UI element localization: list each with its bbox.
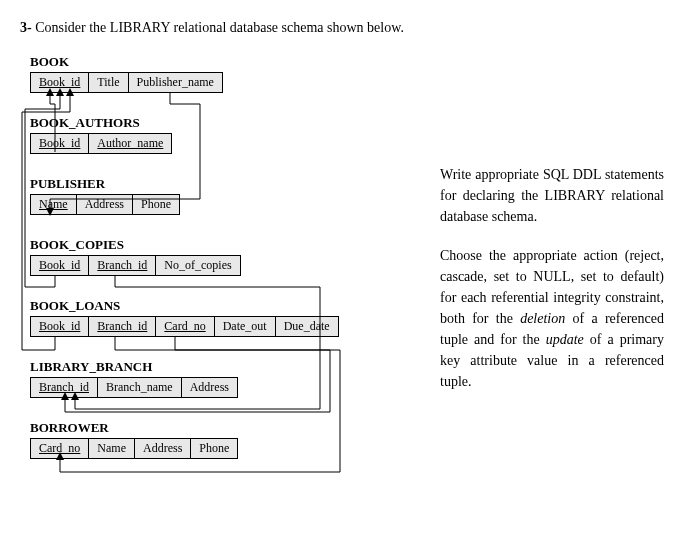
attribute-name: Name [31, 195, 77, 214]
relation-library-branch: LIBRARY_BRANCHBranch_idBranch_nameAddres… [30, 359, 410, 398]
question-text: Consider the LIBRARY relational database… [35, 20, 404, 35]
instructions-text: Write appropriate SQL DDL statements for… [440, 54, 664, 410]
instruction-p1-text: Write appropriate SQL DDL statements for… [440, 167, 664, 224]
attribute-address: Address [182, 378, 237, 397]
relation-name: BOOK_COPIES [30, 237, 410, 253]
attribute-row: Book_idBranch_idNo_of_copies [30, 255, 241, 276]
relation-name: BOOK_LOANS [30, 298, 410, 314]
relation-borrower: BORROWERCard_noNameAddressPhone [30, 420, 410, 459]
instruction-p1: Write appropriate SQL DDL statements for… [440, 164, 664, 227]
attribute-branch-id: Branch_id [89, 256, 156, 275]
attribute-name: Name [89, 439, 135, 458]
attribute-branch-id: Branch_id [89, 317, 156, 336]
relation-name: BOOK_AUTHORS [30, 115, 410, 131]
attribute-row: Book_idTitlePublisher_name [30, 72, 223, 93]
schema-diagram: BOOKBook_idTitlePublisher_nameBOOK_AUTHO… [20, 54, 410, 481]
attribute-address: Address [135, 439, 191, 458]
attribute-row: Branch_idBranch_nameAddress [30, 377, 238, 398]
attribute-book-id: Book_id [31, 256, 89, 275]
content-row: BOOKBook_idTitlePublisher_nameBOOK_AUTHO… [20, 54, 664, 481]
instruction-p2-deletion: deletion [520, 311, 565, 326]
attribute-phone: Phone [191, 439, 237, 458]
relation-publisher: PUBLISHERNameAddressPhone [30, 176, 410, 215]
relation-book-authors: BOOK_AUTHORSBook_idAuthor_name [30, 115, 410, 154]
relation-name: PUBLISHER [30, 176, 410, 192]
question-number: 3- [20, 20, 32, 35]
attribute-branch-id: Branch_id [31, 378, 98, 397]
relation-book-loans: BOOK_LOANSBook_idBranch_idCard_noDate_ou… [30, 298, 410, 337]
question-line: 3- Consider the LIBRARY relational datab… [20, 20, 664, 36]
relation-book: BOOKBook_idTitlePublisher_name [30, 54, 410, 93]
relation-book-copies: BOOK_COPIESBook_idBranch_idNo_of_copies [30, 237, 410, 276]
attribute-title: Title [89, 73, 128, 92]
instruction-p2-update: update [546, 332, 584, 347]
attribute-book-id: Book_id [31, 134, 89, 153]
attribute-book-id: Book_id [31, 73, 89, 92]
attribute-row: NameAddressPhone [30, 194, 180, 215]
instruction-p2: Choose the appropriate action (reject, c… [440, 245, 664, 392]
attribute-row: Book_idBranch_idCard_noDate_outDue_date [30, 316, 339, 337]
attribute-card-no: Card_no [31, 439, 89, 458]
attribute-row: Book_idAuthor_name [30, 133, 172, 154]
relation-name: BORROWER [30, 420, 410, 436]
attribute-phone: Phone [133, 195, 179, 214]
relation-name: BOOK [30, 54, 410, 70]
relation-name: LIBRARY_BRANCH [30, 359, 410, 375]
attribute-no-of-copies: No_of_copies [156, 256, 239, 275]
attribute-row: Card_noNameAddressPhone [30, 438, 238, 459]
attribute-due-date: Due_date [276, 317, 338, 336]
attribute-date-out: Date_out [215, 317, 276, 336]
attribute-card-no: Card_no [156, 317, 214, 336]
attribute-branch-name: Branch_name [98, 378, 182, 397]
attribute-author-name: Author_name [89, 134, 171, 153]
attribute-publisher-name: Publisher_name [129, 73, 222, 92]
attribute-book-id: Book_id [31, 317, 89, 336]
attribute-address: Address [77, 195, 133, 214]
